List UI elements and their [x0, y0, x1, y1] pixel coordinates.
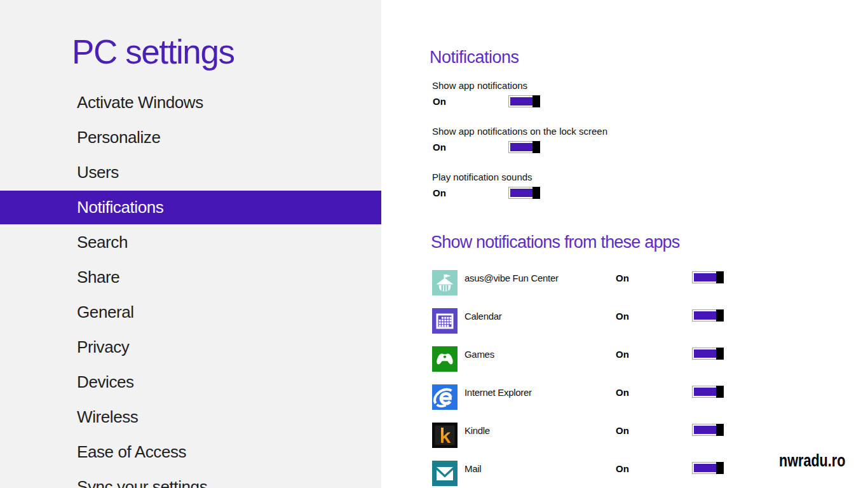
toggle-thumb[interactable] [716, 386, 724, 398]
toggle-fill [694, 464, 716, 472]
app-toggle-value: On [616, 310, 629, 323]
setting-label-play-notification-sounds: Play notification sounds [432, 171, 532, 184]
app-name: Games [465, 348, 494, 361]
sidebar-item-label: General [77, 302, 134, 322]
sidebar-item-personalize[interactable]: Personalize [0, 121, 381, 154]
toggle-thumb[interactable] [716, 309, 724, 322]
fun-center-icon [432, 270, 458, 295]
app-row-games: Games On [381, 346, 868, 384]
toggle-mail[interactable] [692, 462, 724, 474]
kindle-icon [432, 423, 458, 448]
calendar-icon [432, 308, 458, 334]
sidebar-item-label: Share [77, 268, 119, 287]
app-toggle-value: On [616, 348, 629, 361]
toggle-lock-screen-notifications[interactable] [508, 141, 540, 153]
sidebar-item-search[interactable]: Search [0, 226, 381, 259]
sidebar-item-users[interactable]: Users [0, 156, 381, 189]
toggle-games[interactable] [692, 348, 724, 360]
games-icon [432, 346, 458, 372]
page-title: PC settings [72, 35, 234, 69]
sidebar-item-activate-windows[interactable]: Activate Windows [0, 86, 381, 119]
sidebar-item-sync-your-settings[interactable]: Sync your settings [0, 470, 381, 488]
sidebar-item-label: Search [77, 233, 128, 252]
toggle-thumb[interactable] [532, 187, 540, 199]
content-panel: Notifications Show app notifications On … [381, 0, 868, 488]
app-toggle-value: On [616, 424, 629, 437]
sidebar-item-general[interactable]: General [0, 295, 381, 329]
toggle-fun-center[interactable] [692, 271, 724, 283]
toggle-play-notification-sounds[interactable] [508, 187, 540, 199]
app-row-calendar: Calendar On [381, 308, 868, 346]
pc-settings-screen: PC settings Activate Windows Personalize… [0, 0, 868, 488]
sidebar-item-label: Wireless [77, 407, 138, 427]
toggle-calendar[interactable] [692, 309, 724, 322]
sidebar-item-label: Notifications [77, 198, 163, 217]
sidebar-item-share[interactable]: Share [0, 261, 381, 294]
sidebar-item-label: Activate Windows [77, 93, 203, 112]
toggle-thumb[interactable] [716, 271, 724, 283]
toggle-kindle[interactable] [692, 424, 724, 436]
sidebar-item-label: Ease of Access [77, 442, 186, 462]
watermark: nwradu.ro [779, 451, 845, 471]
toggle-fill [694, 426, 716, 434]
toggle-fill [510, 97, 532, 105]
sidebar-item-label: Sync your settings [77, 477, 207, 488]
app-toggle-value: On [616, 463, 629, 475]
toggle-fill [694, 273, 716, 281]
toggle-fill [694, 388, 716, 396]
toggle-thumb[interactable] [716, 424, 724, 436]
toggle-show-app-notifications[interactable] [508, 95, 540, 107]
sidebar-nav: Activate Windows Personalize Users Notif… [0, 86, 381, 488]
setting-value-lock-screen-notifications: On [433, 141, 446, 154]
sidebar-item-label: Users [77, 163, 119, 182]
mail-icon [432, 461, 458, 486]
toggle-thumb[interactable] [716, 348, 724, 360]
toggle-fill [510, 189, 532, 197]
toggle-fill [694, 349, 716, 358]
app-name: Kindle [465, 424, 490, 437]
sidebar-item-privacy[interactable]: Privacy [0, 330, 381, 364]
notifications-heading: Notifications [430, 49, 519, 66]
setting-label-show-app-notifications: Show app notifications [432, 79, 527, 92]
toggle-thumb[interactable] [532, 141, 540, 153]
sidebar-item-label: Privacy [77, 337, 129, 357]
internet-explorer-icon [432, 384, 458, 410]
app-row-fun-center: asus@vibe Fun Center On [381, 270, 868, 308]
toggle-internet-explorer[interactable] [692, 386, 724, 398]
app-toggle-value: On [616, 272, 629, 285]
setting-value-play-notification-sounds: On [433, 187, 446, 200]
toggle-thumb[interactable] [716, 462, 724, 474]
app-name: Internet Explorer [465, 386, 532, 399]
toggle-fill [694, 311, 716, 320]
setting-value-show-app-notifications: On [433, 95, 446, 108]
toggle-thumb[interactable] [532, 95, 540, 107]
app-name: Calendar [465, 310, 501, 323]
sidebar-item-wireless[interactable]: Wireless [0, 400, 381, 434]
sidebar-item-devices[interactable]: Devices [0, 365, 381, 399]
apps-heading: Show notifications from these apps [431, 234, 680, 251]
sidebar-item-notifications[interactable]: Notifications [0, 191, 381, 224]
sidebar-item-label: Devices [77, 372, 134, 392]
sidebar: PC settings Activate Windows Personalize… [0, 0, 381, 488]
sidebar-item-label: Personalize [77, 128, 160, 147]
app-row-internet-explorer: Internet Explorer On [381, 384, 868, 423]
toggle-fill [510, 143, 532, 151]
sidebar-item-ease-of-access[interactable]: Ease of Access [0, 435, 381, 469]
app-toggle-value: On [616, 386, 629, 399]
app-name: asus@vibe Fun Center [465, 272, 559, 285]
app-name: Mail [465, 463, 481, 475]
setting-label-lock-screen-notifications: Show app notifications on the lock scree… [432, 125, 607, 138]
